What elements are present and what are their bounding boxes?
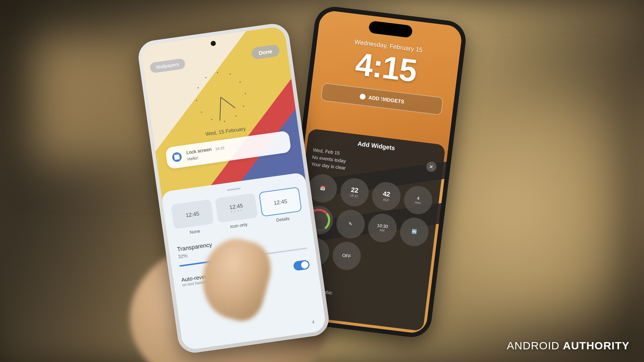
analog-clock-widget[interactable] <box>190 66 251 127</box>
widget-focus-off[interactable]: OFF <box>331 240 362 272</box>
photo-scene: Wednesday, February 15 4:15 + ADD WIDGET… <box>0 0 644 362</box>
wallpapers-button[interactable]: Wallpapers <box>150 58 186 73</box>
add-widgets-label: ADD WIDGETS <box>368 94 405 105</box>
notification-card[interactable]: Lock screen 16:15 Hello! <box>165 130 292 169</box>
notification-app-icon <box>172 152 182 162</box>
widget-aqi[interactable]: 42AQI <box>371 180 402 212</box>
notification-body: Hello! <box>187 155 198 162</box>
drag-handle[interactable] <box>227 188 241 191</box>
auto-reverse-toggle[interactable] <box>293 260 310 271</box>
option-details[interactable]: 12:45 Details <box>259 187 303 225</box>
widget-weather[interactable]: 2218 31 <box>339 176 370 208</box>
watermark: ANDROID AUTHORITY <box>507 340 630 352</box>
clock-hour-hand <box>221 97 235 109</box>
notification-content: Lock screen 16:15 Hello! <box>186 144 226 162</box>
notification-time: 16:15 <box>215 146 225 151</box>
lockscreen-date[interactable]: Wed, 15 February <box>205 126 246 137</box>
notification-style-options: 12:45 None 12:45• • • • Icon only 12:45 … <box>171 187 303 237</box>
notification-title: Lock screen <box>186 147 212 156</box>
back-button[interactable]: ‹ <box>311 317 315 326</box>
widget-mail[interactable]: 4new <box>402 184 434 216</box>
widget-translate[interactable]: 🔤 <box>398 216 430 248</box>
clock-minute-hand <box>220 97 221 121</box>
done-button[interactable]: Done <box>251 44 280 60</box>
translate-icon: 🔤 <box>411 229 417 235</box>
option-icon-only[interactable]: 12:45• • • • Icon only <box>215 193 259 231</box>
calendar-icon: 📅 <box>319 185 326 191</box>
widget-edit[interactable]: ✎ <box>335 208 366 240</box>
pencil-icon: ✎ <box>348 221 353 227</box>
option-none[interactable]: 12:45 None <box>171 199 215 237</box>
lockscreen-time[interactable]: 4:15 <box>354 45 418 89</box>
widget-alarm[interactable]: 10:30AM <box>367 212 398 244</box>
